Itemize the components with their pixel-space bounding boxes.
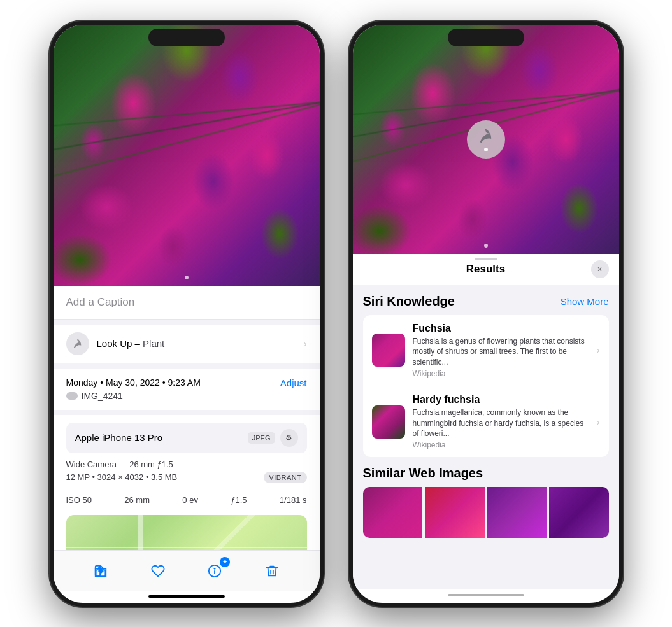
delete-button[interactable] bbox=[261, 560, 283, 582]
knowledge-item-hardy[interactable]: Hardy fuchsia Fuchsia magellanica, commo… bbox=[363, 386, 609, 457]
vibrant-badge: VIBRANT bbox=[264, 472, 306, 483]
hardy-chevron: › bbox=[597, 417, 600, 427]
photo-view[interactable] bbox=[54, 25, 320, 286]
right-screen: Results × Siri Knowledge Show More bbox=[353, 25, 619, 603]
camera-specs: Wide Camera — 26 mm ƒ1.5 bbox=[66, 460, 307, 469]
device-header: Apple iPhone 13 Pro JPEG ⚙ bbox=[66, 423, 307, 453]
hardy-text: Hardy fuchsia Fuchsia magellanica, commo… bbox=[413, 394, 589, 449]
badge-row: JPEG ⚙ bbox=[248, 429, 298, 447]
file-specs: 12 MP • 3024 × 4032 • 3.5 MB VIBRANT bbox=[66, 472, 307, 483]
fuchsia-text: Fuchsia Fuchsia is a genus of flowering … bbox=[413, 323, 589, 378]
phone-notch bbox=[148, 29, 225, 46]
fuchsia-thumbnail bbox=[372, 334, 405, 367]
visual-search-dot bbox=[484, 148, 488, 151]
home-indicator bbox=[148, 595, 225, 598]
photo-date: Monday • May 30, 2022 • 9:23 AM bbox=[66, 377, 201, 388]
photo-page-dot bbox=[185, 276, 189, 279]
lookup-row[interactable]: Look Up – Plant › bbox=[54, 325, 320, 363]
exif-focal: 26 mm bbox=[124, 495, 150, 505]
lookup-chevron: › bbox=[304, 339, 307, 349]
exif-shutter: 1/181 s bbox=[280, 495, 307, 505]
similar-images-grid bbox=[363, 487, 609, 538]
exif-ev: 0 ev bbox=[182, 495, 198, 505]
meta-date-row: Monday • May 30, 2022 • 9:23 AM Adjust bbox=[66, 377, 307, 388]
device-section: Apple iPhone 13 Pro JPEG ⚙ Wide Camera —… bbox=[54, 415, 320, 550]
toolbar: ✦ bbox=[54, 550, 320, 591]
right-phone: Results × Siri Knowledge Show More bbox=[349, 21, 623, 607]
similar-img-2[interactable] bbox=[425, 487, 485, 538]
results-header: Results × bbox=[353, 254, 619, 285]
format-badge: JPEG bbox=[248, 432, 275, 444]
exif-row: ISO 50 26 mm 0 ev ƒ1.5 1/181 s bbox=[66, 490, 307, 510]
results-panel: Results × Siri Knowledge Show More bbox=[353, 254, 619, 589]
left-phone: Add a Caption Look Up – Plant › Mon bbox=[50, 21, 324, 607]
flower-stems bbox=[54, 25, 320, 286]
results-title: Results bbox=[466, 263, 505, 276]
leaf-icon bbox=[66, 332, 89, 355]
info-panel: Add a Caption Look Up – Plant › Mon bbox=[54, 286, 320, 550]
results-content: Siri Knowledge Show More Fuchsia Fuchsia… bbox=[353, 285, 619, 589]
info-button[interactable]: ✦ bbox=[203, 560, 226, 582]
share-button[interactable] bbox=[89, 560, 112, 582]
knowledge-item-fuchsia[interactable]: Fuchsia Fuchsia is a genus of flowering … bbox=[363, 315, 609, 386]
show-more-button[interactable]: Show More bbox=[561, 296, 609, 307]
meta-section: Monday • May 30, 2022 • 9:23 AM Adjust I… bbox=[54, 369, 320, 410]
photo-view-right bbox=[353, 25, 619, 254]
favorite-button[interactable] bbox=[147, 560, 169, 582]
fuchsia-desc: Fuchsia is a genus of flowering plants t… bbox=[413, 336, 589, 368]
home-indicator-right bbox=[448, 594, 524, 596]
similar-section: Similar Web Images bbox=[363, 466, 609, 538]
similar-img-1[interactable] bbox=[363, 487, 423, 538]
visual-search-button[interactable] bbox=[467, 120, 505, 159]
lookup-label: Look Up – Plant bbox=[97, 338, 165, 349]
settings-circle-icon: ⚙ bbox=[280, 429, 298, 447]
meta-filename: IMG_4241 bbox=[66, 391, 307, 401]
map-preview[interactable] bbox=[66, 515, 307, 550]
exif-aperture: ƒ1.5 bbox=[231, 495, 247, 505]
left-screen: Add a Caption Look Up – Plant › Mon bbox=[54, 25, 320, 603]
hardy-source: Wikipedia bbox=[413, 440, 589, 449]
similar-title: Similar Web Images bbox=[363, 466, 609, 481]
siri-knowledge-title: Siri Knowledge bbox=[363, 294, 455, 309]
fuchsia-chevron: › bbox=[597, 345, 600, 355]
fuchsia-source: Wikipedia bbox=[413, 369, 589, 378]
file-specs-text: 12 MP • 3024 × 4032 • 3.5 MB bbox=[66, 472, 178, 482]
close-button[interactable]: × bbox=[591, 260, 609, 278]
hardy-name: Hardy fuchsia bbox=[413, 394, 589, 405]
cloud-icon bbox=[66, 392, 78, 400]
hardy-desc: Fuchsia magellanica, commonly known as t… bbox=[413, 407, 589, 439]
photo-dot-right bbox=[484, 244, 488, 248]
siri-knowledge-header: Siri Knowledge Show More bbox=[363, 294, 609, 309]
hardy-thumbnail bbox=[372, 405, 405, 439]
knowledge-card: Fuchsia Fuchsia is a genus of flowering … bbox=[363, 315, 609, 458]
caption-placeholder[interactable]: Add a Caption bbox=[66, 296, 135, 308]
fuchsia-name: Fuchsia bbox=[413, 323, 589, 334]
map-roads bbox=[66, 515, 307, 550]
adjust-button[interactable]: Adjust bbox=[280, 377, 307, 388]
drag-handle[interactable] bbox=[475, 258, 497, 260]
exif-iso: ISO 50 bbox=[66, 495, 92, 505]
phone-notch-right bbox=[448, 29, 524, 46]
caption-area[interactable]: Add a Caption bbox=[54, 286, 320, 320]
similar-img-4[interactable] bbox=[549, 487, 609, 538]
similar-img-3[interactable] bbox=[487, 487, 547, 538]
info-badge: ✦ bbox=[220, 557, 230, 567]
device-name: Apple iPhone 13 Pro bbox=[75, 432, 163, 443]
